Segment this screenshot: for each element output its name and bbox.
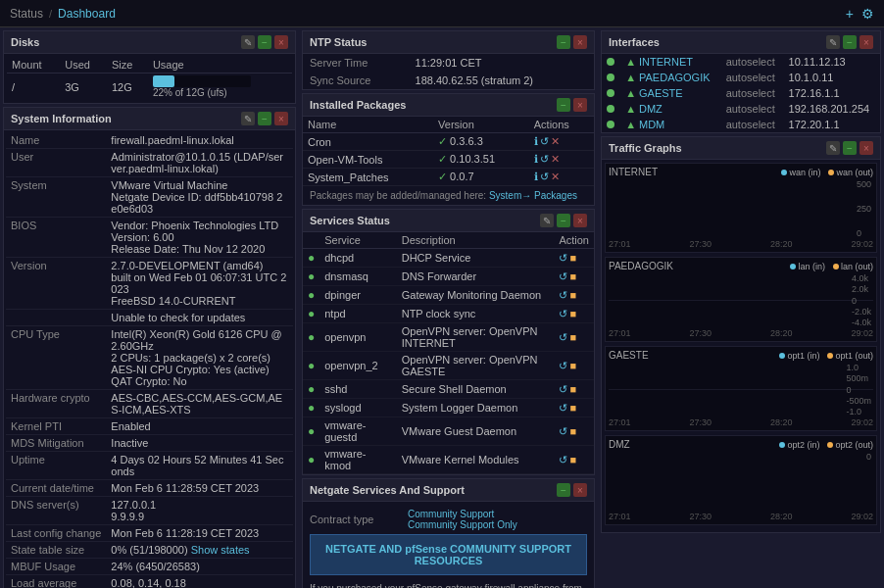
graph-right-labels: 0: [866, 452, 871, 511]
pkg-delete-icon[interactable]: ✕: [551, 171, 560, 183]
ntp-panel: NTP Status − × Server Time 11:29:01 CET …: [302, 30, 595, 90]
svc-restart-icon[interactable]: ↺: [559, 289, 567, 302]
pkg-delete-icon[interactable]: ✕: [551, 135, 560, 148]
graph-name: GAESTE: [609, 350, 649, 361]
svc-restart-icon[interactable]: ↺: [559, 454, 567, 466]
interfaces-table: ▲ INTERNET autoselect 10.11.12.13 ▲ PAED…: [602, 54, 880, 132]
sysinfo-label: Kernel PTI: [6, 418, 106, 435]
sysinfo-value: 24% (6450/26583): [106, 559, 293, 575]
interface-row: ▲ PAEDAGOGIK autoselect 10.1.0.11: [602, 70, 880, 85]
pkg-info-icon[interactable]: ℹ: [534, 135, 538, 148]
graph-name: PAEDAGOGIK: [609, 261, 673, 271]
col-used: Used: [60, 57, 107, 74]
svc-restart-icon[interactable]: ↺: [559, 308, 567, 320]
svc-status-icon: ●: [303, 305, 319, 323]
svc-stop-icon[interactable]: ■: [569, 425, 576, 438]
sysinfo-val: Enabled: [111, 420, 150, 432]
services-minimize-icon[interactable]: −: [557, 214, 570, 227]
traffic-minimize-icon[interactable]: −: [843, 141, 857, 155]
disks-table: Mount Used Size Usage / 3G 12G 22% of 12…: [7, 57, 292, 100]
svc-stop-icon[interactable]: ■: [569, 402, 576, 415]
col-size: Size: [107, 57, 148, 74]
pkg-info-icon[interactable]: ℹ: [534, 171, 538, 183]
svc-stop-icon[interactable]: ■: [569, 331, 576, 344]
pkg-reload-icon[interactable]: ↺: [540, 171, 549, 183]
traffic-section: INTERNET wan (in) wan (out): [602, 160, 880, 532]
iface-name-link[interactable]: DMZ: [639, 103, 663, 115]
svc-restart-icon[interactable]: ↺: [559, 425, 567, 438]
svc-restart-icon[interactable]: ↺: [559, 383, 567, 396]
svc-restart-icon[interactable]: ↺: [559, 402, 567, 415]
interfaces-edit-icon[interactable]: ✎: [826, 35, 840, 49]
support-close-icon[interactable]: ×: [573, 483, 587, 497]
svc-stop-icon[interactable]: ■: [569, 289, 576, 302]
svc-stop-icon[interactable]: ■: [569, 454, 576, 466]
disks-panel: Disks ✎ − × Mount Used Size: [3, 30, 296, 104]
svc-restart-icon[interactable]: ↺: [559, 270, 567, 283]
packages-link[interactable]: System→ Packages: [489, 190, 577, 201]
sysinfo-row: DNS server(s) 127.0.0.19.9.9.9: [6, 497, 293, 525]
pkg-delete-icon[interactable]: ✕: [551, 153, 560, 166]
sysinfo-label: BIOS: [6, 218, 106, 258]
sync-source-label: Sync Source: [303, 72, 409, 89]
services-close-icon[interactable]: ×: [573, 214, 587, 227]
iface-icon: ▲: [625, 119, 636, 130]
svc-action: ↺ ■: [554, 249, 594, 268]
packages-close-icon[interactable]: ×: [573, 98, 587, 112]
traffic-edit-icon[interactable]: ✎: [826, 141, 840, 155]
svc-stop-icon[interactable]: ■: [569, 270, 576, 283]
sysinfo-value: Enabled: [106, 418, 293, 435]
svc-restart-icon[interactable]: ↺: [559, 252, 567, 265]
sysinfo-close-icon[interactable]: ×: [274, 112, 288, 125]
iface-name-link[interactable]: INTERNET: [639, 56, 693, 68]
packages-minimize-icon[interactable]: −: [557, 98, 570, 112]
svc-restart-icon[interactable]: ↺: [559, 360, 567, 372]
svc-stop-icon[interactable]: ■: [569, 252, 576, 265]
service-row: ● dnsmasq DNS Forwarder ↺ ■: [303, 268, 594, 286]
iface-status-badge: [607, 89, 614, 97]
sysinfo-row: MBUF Usage 24% (6450/26583): [6, 559, 293, 575]
svc-stop-icon[interactable]: ■: [569, 360, 576, 372]
pkg-info-icon[interactable]: ℹ: [534, 153, 538, 166]
graph-svg: [609, 363, 873, 416]
support-minimize-icon[interactable]: −: [557, 483, 570, 497]
svc-action: ↺ ■: [554, 268, 594, 286]
sysinfo-value: Mon Feb 6 11:28:59 CET 2023: [106, 480, 293, 497]
iface-name-link[interactable]: GAESTE: [639, 87, 683, 99]
iface-name-link[interactable]: MDM: [639, 119, 664, 130]
show-states-link[interactable]: Show states: [191, 544, 250, 556]
sysinfo-val: 2.7.0-DEVELOPMENT (amd64)built on Wed Fe…: [111, 260, 286, 307]
interface-row: ▲ GAESTE autoselect 172.16.1.1: [602, 85, 880, 101]
settings-icon[interactable]: ⚙: [861, 6, 874, 22]
disks-edit-icon[interactable]: ✎: [241, 35, 255, 49]
sysinfo-minimize-icon[interactable]: −: [258, 112, 271, 125]
interfaces-close-icon[interactable]: ×: [859, 35, 873, 49]
svc-desc: Secure Shell Daemon: [397, 380, 555, 399]
svc-status-icon: ●: [303, 323, 319, 352]
svc-stop-icon[interactable]: ■: [569, 308, 576, 320]
disks-close-icon[interactable]: ×: [274, 35, 288, 49]
sysinfo-panel: System Information ✎ − × Name firewall.p…: [3, 107, 296, 588]
pkg-reload-icon[interactable]: ↺: [540, 135, 549, 148]
services-edit-icon[interactable]: ✎: [540, 214, 554, 227]
support-banner: NETGATE AND pfSense COMMUNITY SUPPORT RE…: [310, 534, 587, 575]
svc-name: dnsmasq: [319, 268, 396, 286]
svc-status-icon: ●: [303, 249, 319, 268]
pkg-reload-icon[interactable]: ↺: [540, 153, 549, 166]
pkg-name: System_Patches: [303, 169, 433, 186]
add-icon[interactable]: +: [846, 6, 854, 22]
interfaces-minimize-icon[interactable]: −: [843, 35, 857, 49]
graph-right-labels: 500 250 0: [857, 179, 871, 238]
ntp-close-icon[interactable]: ×: [573, 35, 587, 49]
traffic-close-icon[interactable]: ×: [859, 141, 873, 155]
sysinfo-row: User Administrator@10.1.0.15 (LDAP/serve…: [6, 149, 293, 177]
svc-desc: DHCP Service: [397, 249, 555, 268]
sysinfo-edit-icon[interactable]: ✎: [241, 112, 255, 125]
svc-restart-icon[interactable]: ↺: [559, 331, 567, 344]
svc-stop-icon[interactable]: ■: [569, 383, 576, 396]
ntp-minimize-icon[interactable]: −: [557, 35, 570, 49]
disks-minimize-icon[interactable]: −: [258, 35, 271, 49]
iface-name-link[interactable]: PAEDAGOGIK: [639, 72, 711, 83]
contract-value2: Community Support Only: [408, 519, 517, 530]
svc-col-action: Action: [554, 232, 594, 249]
